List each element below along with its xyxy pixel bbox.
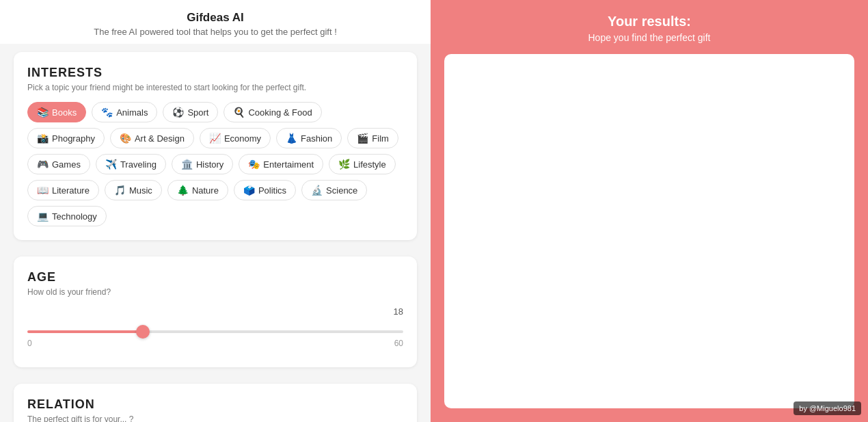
tag-icon-fashion: 👗 bbox=[286, 133, 297, 144]
tag-label-economy: Economy bbox=[224, 133, 261, 144]
right-panel: Your results: Hope you find the perfect … bbox=[431, 0, 868, 422]
tag-books[interactable]: 📚Books bbox=[27, 102, 86, 122]
age-section: AGE How old is your friend? 18 0 60 bbox=[14, 256, 417, 367]
tag-photography[interactable]: 📸Phography bbox=[27, 128, 105, 148]
tag-icon-entertainment: 🎭 bbox=[248, 159, 260, 170]
tag-icon-economy: 📈 bbox=[209, 133, 221, 144]
tag-label-cooking-food: Cooking & Food bbox=[248, 107, 312, 118]
age-title: AGE bbox=[27, 270, 403, 285]
tag-label-entertainment: Entertaiment bbox=[263, 159, 314, 170]
tag-label-technology: Technology bbox=[52, 211, 97, 222]
tag-label-history: History bbox=[196, 159, 223, 170]
tag-icon-sport: ⚽ bbox=[172, 107, 184, 118]
tag-icon-animals: 🐾 bbox=[101, 107, 113, 118]
tag-icon-politics: 🗳️ bbox=[243, 185, 255, 196]
tag-icon-history: 🏛️ bbox=[181, 159, 193, 170]
tag-label-literature: Literature bbox=[52, 185, 90, 196]
tag-economy[interactable]: 📈Economy bbox=[200, 128, 271, 148]
tag-animals[interactable]: 🐾Animals bbox=[92, 102, 157, 122]
tag-cooking-food[interactable]: 🍳Cooking & Food bbox=[223, 102, 321, 122]
tag-icon-games: 🎮 bbox=[37, 159, 49, 170]
app-title: Gifdeas AI bbox=[14, 11, 417, 25]
tag-icon-art-design: 🎨 bbox=[120, 133, 131, 144]
tag-label-film: Film bbox=[372, 133, 389, 144]
tag-label-books: Books bbox=[52, 107, 77, 118]
slider-min-label: 0 bbox=[27, 339, 32, 348]
tag-art-design[interactable]: 🎨Art & Design bbox=[110, 128, 194, 148]
tag-icon-film: 🎬 bbox=[357, 133, 368, 144]
interests-section: INTERESTS Pick a topic your friend might… bbox=[14, 52, 417, 240]
results-content bbox=[444, 54, 854, 408]
tag-label-nature: Nature bbox=[192, 185, 219, 196]
interests-title: INTERESTS bbox=[27, 66, 403, 80]
relation-title: RELATION bbox=[27, 397, 403, 412]
tag-label-music: Music bbox=[129, 185, 152, 196]
tag-icon-music: 🎵 bbox=[114, 185, 126, 196]
tag-icon-photography: 📸 bbox=[37, 133, 49, 144]
tag-history[interactable]: 🏛️History bbox=[172, 154, 233, 174]
tag-label-lifestyle: Lifestyle bbox=[353, 159, 386, 170]
relation-section: RELATION The perfect gift is for your...… bbox=[14, 384, 417, 422]
age-slider[interactable] bbox=[27, 330, 403, 333]
tag-icon-technology: 💻 bbox=[37, 211, 49, 222]
tag-icon-lifestyle: 🌿 bbox=[338, 159, 350, 170]
age-subtitle: How old is your friend? bbox=[27, 287, 403, 297]
tag-label-sport: Sport bbox=[187, 107, 208, 118]
tag-icon-nature: 🌲 bbox=[177, 185, 189, 196]
tag-icon-traveling: ✈️ bbox=[105, 159, 117, 170]
age-slider-container: 0 60 bbox=[27, 318, 403, 354]
tag-entertainment[interactable]: 🎭Entertaiment bbox=[239, 154, 323, 174]
tag-icon-books: 📚 bbox=[37, 107, 49, 118]
tag-icon-cooking-food: 🍳 bbox=[233, 107, 245, 118]
tag-traveling[interactable]: ✈️Traveling bbox=[96, 154, 166, 174]
tag-label-photography: Phography bbox=[52, 133, 95, 144]
results-title: Your results: bbox=[588, 14, 711, 29]
tag-film[interactable]: 🎬Film bbox=[347, 128, 398, 148]
tag-label-animals: Animals bbox=[116, 107, 148, 118]
app-subtitle: The free AI powered tool that helps you … bbox=[14, 27, 417, 37]
tag-science[interactable]: 🔬Science bbox=[301, 180, 367, 200]
tag-literature[interactable]: 📖Literature bbox=[27, 180, 99, 200]
tag-label-art-design: Art & Design bbox=[135, 133, 185, 144]
slider-labels: 0 60 bbox=[27, 339, 403, 348]
tag-label-games: Games bbox=[52, 159, 81, 170]
tag-lifestyle[interactable]: 🌿Lifestyle bbox=[329, 154, 396, 174]
relation-subtitle: The perfect gift is for your... ? bbox=[27, 414, 403, 422]
tag-label-politics: Politics bbox=[258, 185, 286, 196]
tag-sport[interactable]: ⚽Sport bbox=[163, 102, 218, 122]
interests-subtitle: Pick a topic your friend might be intere… bbox=[27, 83, 403, 92]
left-panel: Gifdeas AI The free AI powered tool that… bbox=[0, 0, 431, 422]
results-subtitle: Hope you find the perfect gift bbox=[588, 32, 711, 43]
watermark: by @Miguelo981 bbox=[794, 401, 861, 415]
results-header: Your results: Hope you find the perfect … bbox=[588, 14, 711, 43]
app-header: Gifdeas AI The free AI powered tool that… bbox=[0, 0, 431, 44]
tags-container: 📚Books🐾Animals⚽Sport🍳Cooking & Food📸Phog… bbox=[27, 102, 403, 226]
tag-fashion[interactable]: 👗Fashion bbox=[276, 128, 342, 148]
age-value-display: 18 bbox=[27, 306, 403, 317]
tag-nature[interactable]: 🌲Nature bbox=[167, 180, 228, 200]
tag-technology[interactable]: 💻Technology bbox=[27, 206, 107, 226]
tag-games[interactable]: 🎮Games bbox=[27, 154, 90, 174]
tag-icon-literature: 📖 bbox=[37, 185, 49, 196]
tag-label-traveling: Traveling bbox=[120, 159, 157, 170]
tag-icon-science: 🔬 bbox=[311, 185, 323, 196]
tag-label-science: Science bbox=[326, 185, 357, 196]
tag-label-fashion: Fashion bbox=[301, 133, 332, 144]
tag-music[interactable]: 🎵Music bbox=[105, 180, 162, 200]
slider-max-label: 60 bbox=[394, 339, 403, 348]
tag-politics[interactable]: 🗳️Politics bbox=[234, 180, 296, 200]
